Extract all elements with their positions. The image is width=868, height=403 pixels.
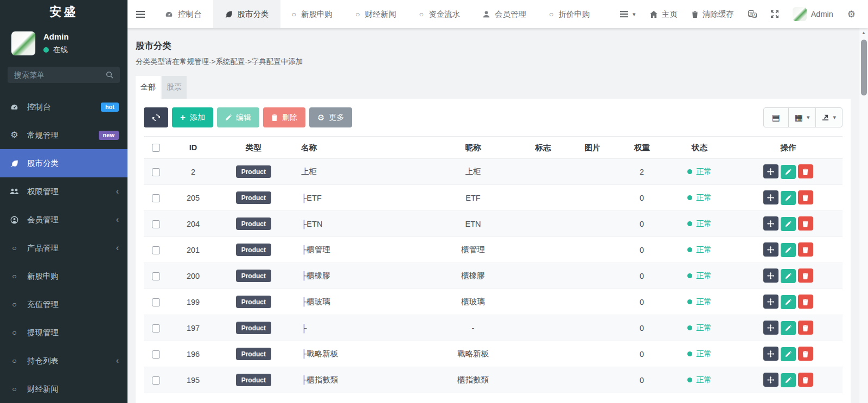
refresh-button[interactable] [144, 107, 168, 127]
sidebar-item[interactable]: 控制台hot [0, 93, 127, 121]
row-drag-button[interactable] [763, 268, 778, 283]
row-edit-button[interactable] [781, 295, 796, 309]
row-checkbox[interactable] [152, 350, 160, 359]
sidebar-item[interactable]: ○持仓列表‹ [0, 347, 127, 375]
row-delete-button[interactable] [798, 373, 813, 387]
row-edit-button[interactable] [781, 373, 796, 387]
row-checkbox[interactable] [152, 272, 160, 280]
row-drag-button[interactable] [763, 295, 778, 309]
user-icon [483, 11, 490, 18]
delete-button[interactable]: 删除 [263, 107, 305, 127]
sidebar-item[interactable]: 权限管理‹ [0, 177, 127, 206]
type-cell: Product [218, 341, 290, 367]
add-button[interactable]: + 添加 [172, 107, 213, 127]
user-menu[interactable]: Admin [786, 0, 840, 28]
detail-view-button[interactable]: ▤ [764, 108, 788, 127]
column-header: 图片 [566, 137, 618, 159]
pencil-icon [785, 247, 792, 253]
row-checkbox[interactable] [152, 220, 160, 228]
scrollbar-thumb[interactable] [861, 40, 867, 95]
row-delete-button[interactable] [798, 321, 813, 335]
svg-text:A: A [753, 14, 756, 17]
settings-button[interactable]: ⚙ [840, 0, 863, 28]
row-checkbox[interactable] [152, 376, 160, 385]
status-label: 正常 [696, 271, 712, 281]
row-edit-button[interactable] [781, 321, 796, 335]
columns-button[interactable]: ▦ ▾ [788, 108, 816, 127]
search-icon[interactable] [106, 71, 113, 79]
row-drag-button[interactable] [763, 347, 778, 361]
scrollbar-up-arrow[interactable]: ▲ [859, 28, 868, 37]
flag-cell [520, 185, 566, 211]
row-delete-button[interactable] [798, 216, 813, 231]
hamburger-icon [136, 11, 145, 18]
sidebar-item[interactable]: ○财经新闻 [0, 375, 127, 403]
scrollbar[interactable]: ▲ [859, 28, 868, 403]
topbar-tab[interactable]: ○财经新闻 [344, 0, 407, 28]
sidebar-item[interactable]: ⚙常规管理new [0, 121, 127, 149]
row-checkbox[interactable] [152, 324, 160, 332]
edit-button[interactable]: 编辑 [217, 107, 259, 127]
type-badge: Product [236, 218, 271, 230]
row-delete-button[interactable] [798, 268, 813, 283]
row-delete-button[interactable] [798, 347, 813, 361]
row-delete-button[interactable] [798, 190, 813, 204]
row-delete-button[interactable] [798, 242, 813, 257]
row-edit-button[interactable] [781, 269, 796, 283]
topbar-tab-label: 会员管理 [495, 9, 526, 20]
topbar-tab[interactable]: 控制台 [154, 0, 213, 28]
gear-icon: ⚙ [847, 10, 856, 19]
row-delete-button[interactable] [798, 295, 813, 309]
sidebar-item[interactable]: 会员管理‹ [0, 206, 127, 234]
row-checkbox[interactable] [152, 246, 160, 254]
row-delete-button[interactable] [798, 164, 813, 178]
row-edit-button[interactable] [781, 217, 796, 231]
nickname-cell: 戰略新板 [426, 341, 520, 367]
sidebar-item[interactable]: ○新股申购 [0, 262, 127, 290]
sidebar-toggle-button[interactable] [127, 0, 154, 28]
home-icon [650, 11, 658, 18]
tab-list-dropdown[interactable]: ▾ [613, 0, 643, 28]
language-button[interactable]: 文A [741, 0, 764, 28]
row-drag-button[interactable] [763, 190, 778, 204]
type-badge: Product [236, 322, 271, 334]
row-checkbox[interactable] [152, 194, 160, 202]
row-drag-button[interactable] [763, 321, 778, 335]
filter-tab[interactable]: 全部 [136, 76, 161, 99]
row-drag-button[interactable] [763, 373, 778, 387]
sidebar-item[interactable]: ○充值管理 [0, 290, 127, 318]
sidebar-item[interactable]: ○产品管理‹ [0, 234, 127, 262]
clear-cache-button[interactable]: 清除缓存 [685, 0, 741, 28]
user-avatar [11, 31, 36, 56]
topbar-tab[interactable]: 会员管理 [471, 0, 538, 28]
topbar-tab[interactable]: ○新股申购 [280, 0, 344, 28]
topbar-tab[interactable]: ○资金流水 [407, 0, 471, 28]
home-link[interactable]: 主页 [643, 0, 685, 28]
status-label: 正常 [696, 167, 712, 177]
status-dot-icon [687, 351, 692, 356]
status-label: 正常 [696, 323, 712, 333]
row-checkbox[interactable] [152, 168, 160, 176]
select-all-checkbox[interactable] [152, 144, 160, 152]
menu-search-input[interactable] [14, 71, 95, 79]
export-button[interactable]: ▾ [815, 108, 842, 127]
fullscreen-button[interactable] [764, 0, 786, 28]
add-button-label: 添加 [190, 113, 205, 123]
row-checkbox[interactable] [152, 298, 160, 306]
sidebar-item[interactable]: 股市分类 [0, 149, 127, 177]
menu-search [8, 67, 120, 83]
row-drag-button[interactable] [763, 216, 778, 231]
row-edit-button[interactable] [781, 243, 796, 257]
row-edit-button[interactable] [781, 191, 796, 205]
row-drag-button[interactable] [763, 164, 778, 178]
topbar-tab[interactable]: ○折价申购 [538, 0, 601, 28]
id-cell: 204 [169, 211, 218, 237]
topbar-tab[interactable]: 股市分类 [213, 0, 280, 28]
more-button[interactable]: ⚙ 更多 [309, 107, 352, 127]
users-icon [9, 188, 20, 195]
row-drag-button[interactable] [763, 242, 778, 257]
row-edit-button[interactable] [781, 165, 796, 179]
sidebar-item[interactable]: ○提现管理 [0, 318, 127, 347]
row-edit-button[interactable] [781, 347, 796, 361]
filter-tab[interactable]: 股票 [162, 76, 187, 99]
